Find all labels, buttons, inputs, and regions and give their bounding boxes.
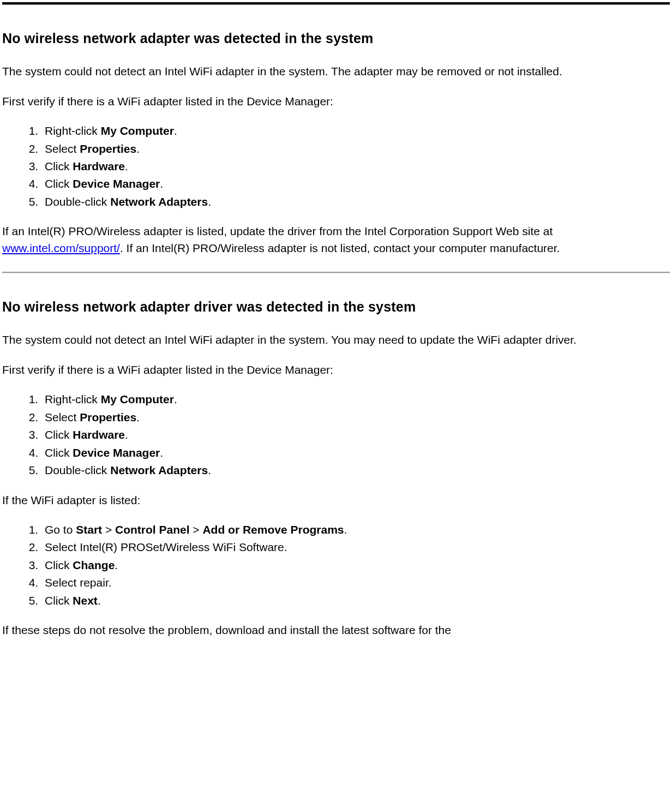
- section1-heading: No wireless network adapter was detected…: [2, 28, 670, 48]
- step-text: Click: [45, 177, 73, 190]
- step-text: Click: [45, 160, 73, 172]
- step-text: .: [208, 195, 211, 208]
- list-item: Double-click Network Adapters.: [41, 462, 670, 479]
- step-text: Select: [45, 411, 80, 423]
- support-link[interactable]: www.intel.com/support/: [2, 242, 120, 254]
- section1-intro: The system could not detect an Intel WiF…: [2, 63, 670, 80]
- list-item: Select Properties.: [41, 409, 670, 426]
- document-page: No wireless network adapter was detected…: [0, 2, 672, 639]
- step-text: .: [160, 177, 163, 190]
- section2-heading: No wireless network adapter driver was d…: [2, 297, 670, 316]
- step-bold: Control Panel: [115, 523, 190, 536]
- step-text: .: [98, 594, 101, 607]
- list-item: Select Intel(R) PROSet/Wireless WiFi Sof…: [41, 539, 670, 555]
- step-text: .: [208, 464, 211, 476]
- step-text: Double-click: [45, 195, 110, 208]
- step-bold: Add or Remove Programs: [202, 523, 344, 536]
- step-bold: Network Adapters: [110, 464, 208, 476]
- section2-verify: First verify if there is a WiFi adapter …: [2, 362, 670, 378]
- step-bold: Hardware: [73, 160, 125, 172]
- step-text: Click: [45, 428, 73, 441]
- outro-text: . If an Intel(R) PRO/Wireless adapter is…: [120, 242, 560, 254]
- section2-listed: If the WiFi adapter is listed:: [2, 492, 670, 509]
- step-text: .: [125, 160, 128, 172]
- step-bold: Next: [73, 594, 98, 607]
- divider-top: [2, 2, 670, 4]
- step-text: .: [136, 411, 140, 423]
- list-item: Click Device Manager.: [41, 445, 670, 461]
- step-text: .: [174, 124, 177, 137]
- section2-steps-a: Right-click My Computer. Select Properti…: [2, 391, 670, 479]
- list-item: Select Properties.: [41, 141, 670, 157]
- step-text: Go to: [45, 523, 76, 536]
- outro-text: If an Intel(R) PRO/Wireless adapter is l…: [2, 225, 553, 237]
- section2-outro: If these steps do not resolve the proble…: [2, 622, 670, 638]
- step-text: .: [136, 142, 140, 155]
- step-text: >: [102, 523, 115, 536]
- list-item: Click Device Manager.: [41, 176, 670, 192]
- step-bold: Device Manager: [73, 177, 160, 190]
- step-text: Select: [45, 142, 80, 155]
- list-item: Click Change.: [41, 557, 670, 573]
- step-bold: Properties: [80, 142, 136, 155]
- section1-verify: First verify if there is a WiFi adapter …: [2, 93, 670, 110]
- step-text: >: [190, 523, 203, 536]
- section1-outro: If an Intel(R) PRO/Wireless adapter is l…: [2, 223, 670, 256]
- step-bold: Properties: [80, 411, 136, 423]
- step-text: Right-click: [45, 393, 101, 405]
- step-bold: Hardware: [73, 428, 125, 441]
- list-item: Click Hardware.: [41, 427, 670, 443]
- list-item: Click Hardware.: [41, 158, 670, 175]
- list-item: Right-click My Computer.: [41, 391, 670, 408]
- step-bold: Start: [76, 523, 102, 536]
- step-text: .: [125, 428, 128, 441]
- step-bold: Network Adapters: [110, 195, 208, 208]
- step-text: Right-click: [45, 124, 101, 137]
- section1-steps: Right-click My Computer. Select Properti…: [2, 123, 670, 210]
- section2-steps-b: Go to Start > Control Panel > Add or Rem…: [2, 522, 670, 609]
- step-text: Select Intel(R) PROSet/Wireless WiFi Sof…: [45, 541, 287, 553]
- list-item: Double-click Network Adapters.: [41, 194, 670, 210]
- step-text: .: [344, 523, 347, 536]
- section2-intro: The system could not detect an Intel WiF…: [2, 332, 670, 348]
- list-item: Go to Start > Control Panel > Add or Rem…: [41, 522, 670, 538]
- step-bold: Device Manager: [73, 446, 160, 459]
- list-item: Click Next.: [41, 593, 670, 609]
- list-item: Select repair.: [41, 575, 670, 591]
- step-text: Click: [45, 594, 73, 607]
- step-bold: My Computer: [101, 124, 174, 137]
- step-bold: My Computer: [101, 393, 174, 405]
- step-text: .: [115, 559, 118, 571]
- divider-mid: [2, 272, 670, 273]
- step-text: Click: [45, 446, 73, 459]
- step-text: Click: [45, 559, 73, 571]
- step-text: .: [174, 393, 177, 405]
- step-text: Double-click: [45, 464, 110, 476]
- step-text: .: [160, 446, 163, 459]
- list-item: Right-click My Computer.: [41, 123, 670, 139]
- step-bold: Change: [73, 559, 115, 571]
- step-text: Select repair.: [45, 576, 112, 589]
